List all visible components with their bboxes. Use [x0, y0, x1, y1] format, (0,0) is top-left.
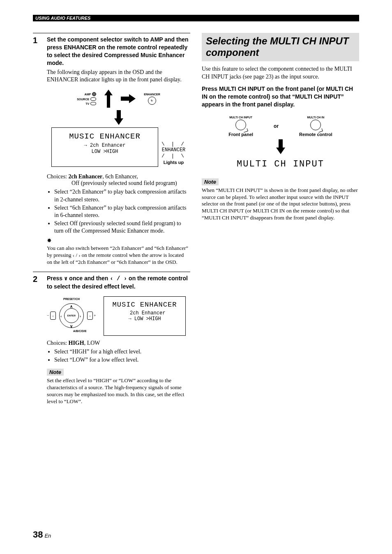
step-2: 2 Press ∨ once and then ‹ / › on the rem… — [33, 272, 190, 405]
display-line1: → 2ch Enhancer — [56, 143, 154, 148]
step-1-number: 1 — [33, 36, 47, 266]
step-2-diagram: PRESET/CH ENTER ∧ ∨ ‹ › ‹ › − + A/B/C/D/… — [47, 296, 190, 336]
list-item: Select Off (previously selected sound fi… — [54, 220, 190, 235]
enhancer-button-icon: ENHANCER ↻ — [144, 93, 160, 105]
list-item: Select “2ch Enhancer” to play back compr… — [54, 188, 190, 203]
step-1-diagram: AMP SOURCE TV ENHANCER ↻ — [47, 90, 190, 169]
list-item: Select “6ch Enhancer” to play back compr… — [54, 204, 190, 219]
note-badge: Note — [202, 178, 219, 185]
list-item: Select “HIGH” for a high effect level. — [54, 348, 190, 355]
step-2-number: 2 — [33, 275, 47, 405]
list-item: Select “LOW” for a low effect level. — [54, 356, 190, 364]
right-column: Selecting the MULTI CH INPUT component U… — [202, 33, 359, 411]
left-column: 1 Set the component selector switch to A… — [33, 33, 190, 411]
osd-display-2: MUSIC ENHANCER 2ch Enhancer → LOW >HIGH — [104, 296, 186, 336]
display-line2: LOW >HIGH — [56, 149, 154, 155]
or-label: or — [274, 123, 279, 129]
right-note: When “MULTI CH INPUT” is shown in the fr… — [202, 187, 359, 222]
step-1-heading: Set the component selector switch to AMP… — [47, 36, 190, 67]
arrow-down-icon — [115, 110, 122, 125]
section-title: Selecting the MULTI CH INPUT component — [202, 33, 359, 61]
step-1: 1 Set the component selector switch to A… — [33, 33, 190, 266]
remote-button-icon: MULTI CH IN Remote control — [299, 116, 332, 137]
step-1-choices: Choices: 2ch Enhancer, 6ch Enhancer, Off… — [47, 173, 190, 187]
right-intro: Use this feature to select the component… — [202, 65, 359, 81]
step-1-tip: You can also switch between “2ch Enhance… — [47, 245, 190, 266]
arrow-right-icon — [121, 95, 136, 102]
selector-switch-icon: AMP SOURCE TV — [77, 92, 96, 105]
multi-ch-diagram: MULTI CH INPUT Front panel or MULTI CH I… — [202, 116, 359, 169]
right-instruction: Press MULTI CH INPUT on the front panel … — [202, 85, 359, 108]
osd-display: MUSIC ENHANCER → 2ch Enhancer LOW >HIGH — [51, 127, 158, 167]
front-panel-button-icon: MULTI CH INPUT Front panel — [228, 116, 253, 137]
front-panel-display: MULTI CH INPUT — [237, 159, 324, 169]
step-1-body: The following display appears in the OSD… — [47, 69, 190, 84]
note-badge: Note — [47, 369, 64, 376]
display-title: MUSIC ENHANCER — [56, 132, 154, 141]
lights-up-caption: Lights up — [161, 160, 186, 165]
tip-icon: ✸ — [47, 237, 190, 244]
arrow-up-icon — [104, 90, 113, 108]
step-2-heading: Press ∨ once and then ‹ / › on the remot… — [47, 275, 190, 291]
section-header: USING AUDIO FEATURES — [33, 15, 359, 21]
step-2-choices: Choices: HIGH, LOW — [47, 340, 190, 346]
arrow-down-icon — [277, 139, 284, 154]
cursor-pad-icon: PRESET/CH ENTER ∧ ∨ ‹ › ‹ › − + A/B/C/D/… — [47, 298, 96, 335]
enhancer-indicator: \ | / ENHANCER / | \ Lights up — [161, 141, 186, 165]
step-2-note: Set the effect level to “HIGH” or “LOW” … — [47, 377, 190, 405]
step-2-bullets: Select “HIGH” for a high effect level. S… — [54, 348, 190, 364]
step-1-bullets: Select “2ch Enhancer” to play back compr… — [54, 188, 190, 235]
page-number: 38 En — [33, 529, 51, 540]
